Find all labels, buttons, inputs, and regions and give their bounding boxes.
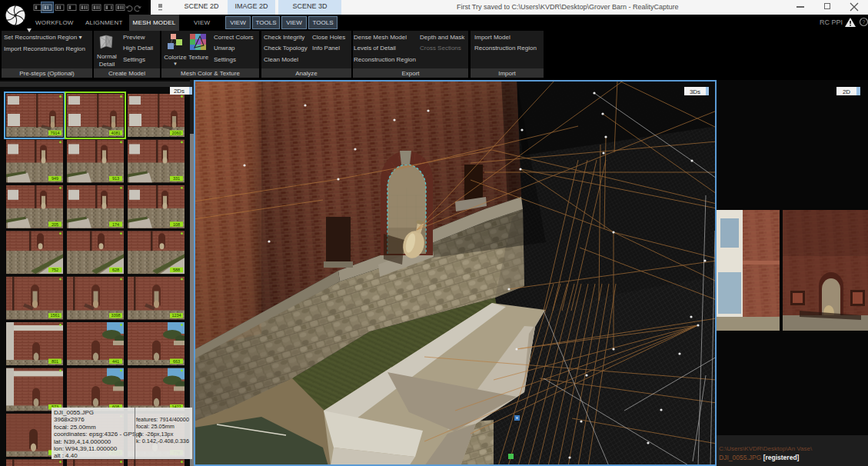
svg-text:913: 913: [112, 176, 119, 181]
svg-text:441: 441: [112, 359, 119, 364]
svg-text:2D: 2D: [843, 88, 850, 95]
svg-text:205: 205: [52, 222, 58, 227]
svg-text:801: 801: [52, 359, 58, 364]
svg-text:1561: 1561: [50, 313, 59, 318]
svg-text:588: 588: [173, 268, 180, 272]
svg-text:?: ?: [863, 19, 866, 25]
svg-text:4081: 4081: [111, 131, 120, 135]
svg-text:108: 108: [173, 222, 180, 227]
svg-text:DJI_0055.JPG [registered]: DJI_0055.JPG [registered]: [719, 454, 800, 461]
svg-text:174: 174: [112, 222, 119, 227]
svg-text:752: 752: [52, 268, 58, 272]
svg-text:2Ds: 2Ds: [174, 88, 185, 95]
svg-text:C:\Users\KVDR\Desktop\An Vase\: C:\Users\KVDR\Desktop\An Vase\: [719, 445, 813, 452]
svg-text:2060: 2060: [171, 131, 181, 135]
svg-text:331: 331: [173, 176, 180, 181]
svg-text:628: 628: [112, 268, 119, 272]
svg-text:7914: 7914: [50, 131, 59, 135]
svg-text:949: 949: [52, 176, 58, 181]
svg-text:1234: 1234: [171, 313, 181, 318]
svg-text:3398: 3398: [111, 313, 120, 318]
svg-text:663: 663: [173, 359, 180, 364]
